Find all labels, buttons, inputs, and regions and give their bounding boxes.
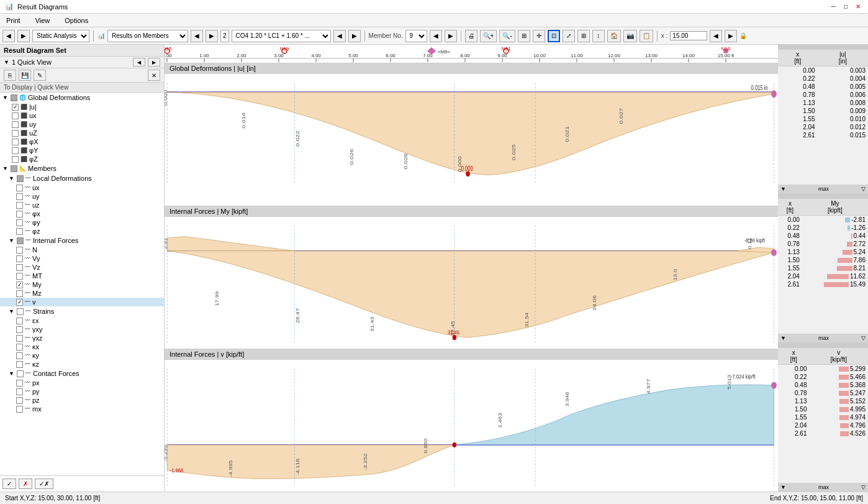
tree-item-uy[interactable]: ⬛ uy <box>0 120 164 129</box>
tree-s-ex[interactable]: 〰 εx <box>0 316 164 325</box>
delete-btn[interactable]: ✕ <box>148 70 160 81</box>
cb-local-ux[interactable] <box>16 185 23 191</box>
menu-print[interactable]: Print <box>2 16 24 25</box>
tree-if-v[interactable]: 〰 v <box>0 298 164 306</box>
cb-phiy[interactable] <box>12 147 19 154</box>
maximize-button[interactable]: □ <box>841 2 851 12</box>
cb-local-phix[interactable] <box>16 211 23 218</box>
cb-if-Vz[interactable] <box>16 264 23 271</box>
toolbar-cross-btn[interactable]: ✛ <box>533 30 545 42</box>
tree-if-Mz[interactable]: 〰 Mz <box>0 289 164 298</box>
cb-if-N[interactable] <box>16 247 23 254</box>
edit-btn[interactable]: ✎ <box>34 70 46 81</box>
tree-cf-pz[interactable]: 〰 pz <box>0 396 164 405</box>
tree-local-phiz[interactable]: 〰 φz <box>0 227 164 236</box>
toolbar-active-btn[interactable]: ⊡ <box>548 30 560 42</box>
results-type-select[interactable]: Results on Members <box>107 30 188 42</box>
tree-local-ux[interactable]: 〰 ux <box>0 183 164 192</box>
cb-if-v[interactable] <box>16 299 23 306</box>
cb-uy[interactable] <box>12 121 19 128</box>
tree-item-u-abs[interactable]: ⬛ |u| <box>0 103 164 111</box>
tree-group-contact-forces[interactable]: ▼ 〰 Contact Forces <box>0 369 164 378</box>
menu-view[interactable]: View <box>32 16 54 25</box>
tree-if-Vz[interactable]: 〰 Vz <box>0 263 164 272</box>
members-checkbox[interactable] <box>11 165 17 172</box>
cb-if-MT[interactable] <box>16 273 23 280</box>
tree-group-global-deformations[interactable]: ▼ 🌐 Global Deformations <box>0 93 164 103</box>
cb-s-ex[interactable] <box>16 318 23 324</box>
nav-next-btn[interactable]: ▶ <box>17 30 30 42</box>
cb-cf-pz[interactable] <box>16 397 23 404</box>
cb-phix[interactable] <box>12 139 19 145</box>
cb-s-kz[interactable] <box>16 361 23 368</box>
tree-local-phix[interactable]: 〰 φx <box>0 209 164 218</box>
zoom-in-btn[interactable]: 🔍+ <box>480 30 497 42</box>
close-button[interactable]: ✕ <box>853 2 863 12</box>
tree-s-kz[interactable]: 〰 κz <box>0 360 164 369</box>
analysis-type-select[interactable]: Static Analysis <box>32 30 89 42</box>
save-btn[interactable]: 💾 <box>19 70 31 81</box>
prev-view-btn[interactable]: ◀ <box>133 58 145 66</box>
cb-s-yxz[interactable] <box>16 335 23 342</box>
cb-local-uy[interactable] <box>16 193 23 200</box>
tree-cf-py[interactable]: 〰 py <box>0 387 164 396</box>
toolbar-icon3[interactable]: ↕ <box>592 30 605 42</box>
toolbar-icon5[interactable]: 📷 <box>623 30 637 42</box>
chart2-canvas[interactable]: 2.81 17.99 26.47 31.43 32.45 31.54 24.06… <box>165 217 778 349</box>
right-table-scroll-1[interactable]: x[ft] |u|[in] 0.000.0030.220.0040.480.00… <box>778 50 868 185</box>
scroll-top-3[interactable] <box>778 343 868 348</box>
cancel-btn[interactable]: ✗ <box>19 479 32 489</box>
cb-ux[interactable] <box>12 112 19 119</box>
toolbar-grid-btn[interactable]: ⊞ <box>518 30 530 42</box>
cb-local-phiz[interactable] <box>16 228 23 235</box>
member-prev[interactable]: ◀ <box>430 30 442 42</box>
strains-checkbox[interactable] <box>17 308 24 315</box>
tree-item-ux[interactable]: ⬛ ux <box>0 111 164 120</box>
cb-s-yxy[interactable] <box>16 326 23 333</box>
scroll-top-2[interactable] <box>778 194 868 199</box>
internal-forces-checkbox[interactable] <box>17 237 24 244</box>
tree-s-yxy[interactable]: 〰 γxy <box>0 325 164 334</box>
print-icon-btn[interactable]: 🖨 <box>465 30 477 42</box>
chart3-canvas[interactable]: -5.299 -1.966 -4.995 -4.116 -3.252 0.860… <box>165 360 778 492</box>
cb-s-kx[interactable] <box>16 344 23 351</box>
cb-cf-px[interactable] <box>16 380 23 387</box>
x-prev-btn[interactable]: ◀ <box>710 30 722 42</box>
cb-s-ky[interactable] <box>16 352 23 359</box>
cb-cf-mx[interactable] <box>16 406 23 413</box>
tree-item-phiz[interactable]: ⬛ φZ <box>0 155 164 163</box>
tree-group-strains[interactable]: ▼ 〰 Strains <box>0 306 164 316</box>
tree-if-My[interactable]: 〰 My <box>0 280 164 289</box>
right-table-scroll-3[interactable]: x[ft] v[kip/ft] 0.005.2990.225.4660.485.… <box>778 348 868 483</box>
toolbar-icon1[interactable]: ⤢ <box>563 30 575 42</box>
results-nav-prev[interactable]: ◀ <box>191 30 203 42</box>
cb-if-Vy[interactable] <box>16 255 23 262</box>
tree-local-uy[interactable]: 〰 uy <box>0 192 164 201</box>
apply-btn[interactable]: ✓✗ <box>35 479 53 489</box>
cb-uz[interactable] <box>12 130 19 137</box>
toolbar-icon6[interactable]: 📋 <box>640 30 653 42</box>
tree-if-N[interactable]: 〰 N <box>0 245 164 254</box>
ok-btn[interactable]: ✓ <box>2 479 16 489</box>
tree-s-kx[interactable]: 〰 κx <box>0 342 164 351</box>
tree-local-phiy[interactable]: 〰 φy <box>0 218 164 227</box>
next-view-btn[interactable]: ▶ <box>148 58 160 66</box>
tree-local-uz[interactable]: 〰 uz <box>0 201 164 209</box>
cb-local-uz[interactable] <box>16 202 23 209</box>
copy-btn[interactable]: ⎘ <box>4 70 16 81</box>
menu-options[interactable]: Options <box>61 16 92 25</box>
cb-u-abs[interactable] <box>12 104 19 111</box>
scroll-top-1[interactable] <box>778 45 868 50</box>
load-combo-prev[interactable]: ◀ <box>333 30 346 42</box>
cb-if-Mz[interactable] <box>16 290 23 297</box>
tree-item-phix[interactable]: ⬛ φX <box>0 137 164 146</box>
contact-forces-checkbox[interactable] <box>17 370 24 377</box>
member-select[interactable]: 9 <box>405 30 427 42</box>
cb-phiz[interactable] <box>12 156 19 163</box>
toolbar-icon2[interactable]: ⊞ <box>577 30 590 42</box>
cb-local-phiy[interactable] <box>16 219 23 226</box>
results-nav-next[interactable]: ▶ <box>206 30 218 42</box>
load-combo-select[interactable]: CO4 1.20 * LC1 + 1.60 * ... <box>232 30 331 42</box>
tree-cf-mx[interactable]: 〰 mx <box>0 405 164 413</box>
tree-s-yxz[interactable]: 〰 γxz <box>0 334 164 342</box>
